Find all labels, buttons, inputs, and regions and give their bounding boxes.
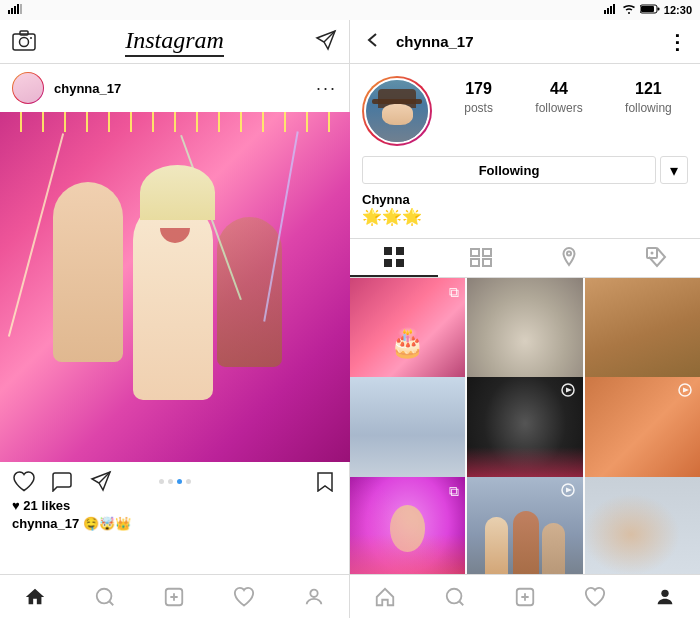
svg-rect-22 [396, 259, 404, 267]
likes-count: ♥ 21 likes [12, 498, 337, 513]
like-button[interactable] [12, 470, 36, 492]
right-nav-home-button[interactable] [373, 585, 397, 609]
post-caption: chynna_17🤤🤯👑 [12, 516, 337, 531]
svg-point-27 [567, 252, 571, 256]
profile-header-username: chynna_17 [396, 33, 655, 50]
multi-photo-icon: ⧉ [449, 284, 459, 301]
right-nav-heart-button[interactable] [583, 585, 607, 609]
svg-point-16 [96, 588, 111, 603]
signal-icon [8, 4, 22, 16]
nav-add-button[interactable] [162, 585, 186, 609]
multi-photo-icon-2: ⧉ [449, 483, 459, 500]
post-avatar[interactable] [12, 72, 44, 104]
send-button[interactable] [313, 29, 337, 55]
dot-3 [177, 479, 182, 484]
profile-stats: 179 posts 44 followers 121 following [448, 76, 688, 116]
action-icons-left [12, 470, 112, 492]
comment-button[interactable] [50, 470, 74, 492]
following-stat[interactable]: 121 following [625, 80, 672, 116]
svg-rect-4 [20, 4, 22, 14]
post-user-info: chynna_17 [12, 72, 121, 104]
grid-item-1[interactable]: ⧉ [350, 278, 465, 393]
svg-rect-20 [384, 259, 392, 267]
status-bar-left [0, 0, 350, 20]
share-button[interactable] [88, 470, 112, 492]
profile-avatar[interactable] [362, 76, 432, 146]
svg-rect-19 [384, 247, 392, 255]
dot-1 [159, 479, 164, 484]
svg-rect-24 [483, 249, 491, 256]
more-options-button[interactable]: ⋮ [667, 30, 688, 54]
left-panel: Instagram chynna_17 ··· [0, 20, 350, 618]
post-user-row: chynna_17 ··· [0, 64, 349, 112]
photo-grid: ⧉ [350, 278, 700, 574]
tab-location[interactable] [525, 239, 613, 277]
app-title: Instagram [125, 27, 224, 57]
svg-point-35 [661, 589, 668, 596]
nav-profile-button[interactable] [302, 585, 326, 609]
post-actions: ♥ 21 likes chynna_17🤤🤯👑 [0, 462, 349, 539]
following-count: 121 [625, 80, 672, 98]
profile-tabs [350, 238, 700, 278]
follow-row: Following ▾ [362, 156, 688, 184]
svg-rect-14 [20, 31, 28, 35]
svg-point-33 [447, 588, 462, 603]
svg-point-15 [30, 37, 32, 39]
video-icon-2 [676, 383, 694, 400]
caption-username[interactable]: chynna_17 [12, 516, 79, 531]
svg-rect-8 [613, 4, 615, 14]
grid-item-9[interactable] [585, 477, 700, 574]
svg-rect-23 [471, 249, 479, 256]
carousel-dots [159, 479, 191, 484]
svg-point-18 [310, 589, 317, 596]
post-image [0, 112, 350, 462]
followers-count: 44 [535, 80, 582, 98]
nav-home-button[interactable] [23, 585, 47, 609]
svg-rect-26 [483, 259, 491, 266]
nav-search-button[interactable] [93, 585, 117, 609]
right-panel: chynna_17 ⋮ [350, 20, 700, 618]
dot-4 [186, 479, 191, 484]
tab-tag[interactable] [613, 239, 701, 277]
svg-point-29 [651, 252, 654, 255]
grid-item-8[interactable] [467, 477, 582, 574]
follow-dropdown-button[interactable]: ▾ [660, 156, 688, 184]
followers-label: followers [535, 101, 582, 115]
svg-rect-2 [14, 6, 16, 14]
camera-button[interactable] [12, 29, 36, 55]
status-bar-right: 12:30 [350, 0, 700, 20]
right-header: chynna_17 ⋮ [350, 20, 700, 64]
video-icon-3 [559, 483, 577, 500]
posts-label: posts [464, 101, 493, 115]
profile-info: 179 posts 44 followers 121 following Fol… [350, 64, 700, 238]
time-display: 12:30 [664, 4, 692, 16]
back-button[interactable] [362, 30, 384, 54]
following-button[interactable]: Following [362, 156, 656, 184]
wifi-icon [622, 4, 636, 16]
post-username[interactable]: chynna_17 [54, 81, 121, 96]
right-nav-profile-button[interactable] [653, 585, 677, 609]
following-label: following [625, 101, 672, 115]
nav-heart-button[interactable] [232, 585, 256, 609]
right-nav-add-button[interactable] [513, 585, 537, 609]
grid-item-6[interactable] [585, 377, 700, 492]
svg-rect-21 [396, 247, 404, 255]
tab-grid[interactable] [350, 239, 438, 277]
right-nav-search-button[interactable] [443, 585, 467, 609]
svg-rect-3 [17, 4, 19, 14]
post-more-button[interactable]: ··· [316, 78, 337, 99]
grid-item-7[interactable]: ⧉ [350, 477, 465, 574]
caption-emojis: 🤤🤯👑 [83, 516, 131, 531]
svg-rect-10 [641, 6, 654, 12]
svg-rect-1 [11, 8, 13, 14]
svg-point-13 [20, 37, 29, 46]
svg-rect-11 [657, 8, 659, 11]
followers-stat[interactable]: 44 followers [535, 80, 582, 116]
bookmark-button[interactable] [313, 470, 337, 492]
grid-item-2[interactable] [467, 278, 582, 393]
grid-item-3[interactable] [585, 278, 700, 393]
svg-rect-0 [8, 10, 10, 14]
tab-list[interactable] [438, 239, 526, 277]
grid-item-4[interactable] [350, 377, 465, 492]
grid-item-5[interactable] [467, 377, 582, 492]
